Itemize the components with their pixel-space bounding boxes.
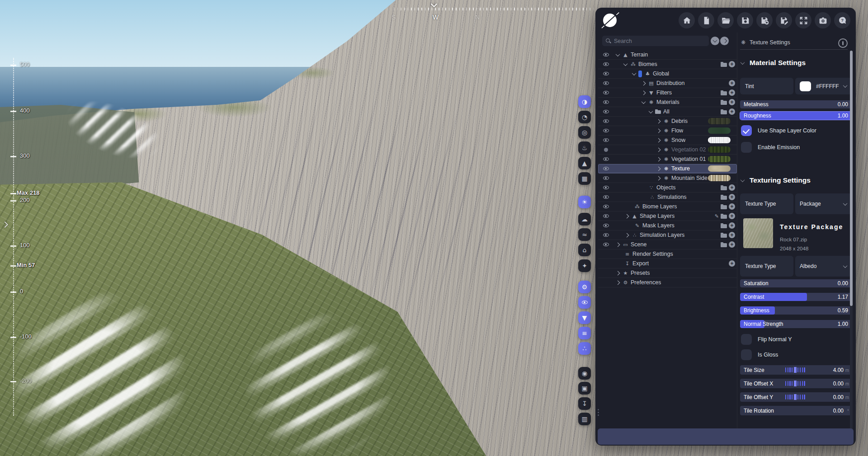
visibility-toggle-icon[interactable] [603, 89, 609, 96]
shaded-view-button[interactable]: ◑ [578, 95, 591, 108]
visibility-toggle-icon[interactable] [603, 146, 609, 153]
visibility-toggle-icon[interactable] [603, 213, 609, 219]
add-button[interactable]: + [729, 184, 735, 191]
group-folder-button[interactable] [721, 62, 727, 67]
settings-scrollbar-thumb[interactable] [850, 51, 853, 306]
chevron-right-icon[interactable] [656, 176, 661, 180]
add-button[interactable]: + [729, 108, 735, 115]
group-folder-button[interactable] [721, 90, 727, 95]
tree-item-all[interactable]: All+ [598, 107, 737, 117]
visibility-toggle-icon[interactable] [603, 99, 609, 105]
chevron-down-icon[interactable] [642, 99, 646, 104]
tree-item-filters[interactable]: ▼Filters+ [598, 88, 737, 98]
add-button[interactable]: + [729, 260, 735, 267]
chevron-right-icon[interactable] [656, 128, 661, 133]
tree-item-biome-layers[interactable]: ⁂Biome Layers+ [598, 202, 737, 212]
chevron-right-icon[interactable] [616, 271, 620, 275]
tile-size-field[interactable]: Tile Size4.00m [740, 365, 852, 375]
chevron-right-icon[interactable] [656, 138, 661, 142]
auto-process-button[interactable]: ⚙ [578, 281, 591, 293]
add-button[interactable]: + [729, 80, 735, 86]
tile-rotation-field[interactable]: Tile Rotation0.00° [740, 406, 852, 415]
edit-pencil-icon[interactable]: ✎ [715, 213, 719, 219]
tree-item-preferences[interactable]: ⚙Preferences [598, 278, 737, 287]
chevron-right-icon[interactable] [656, 166, 661, 171]
tree-item-snow[interactable]: ❋Snow [598, 136, 737, 145]
visibility-toggle-icon[interactable] [603, 156, 609, 162]
tree-item-biomes[interactable]: ⁂Biomes+ [598, 60, 737, 69]
add-button[interactable]: + [729, 99, 735, 105]
chevron-right-icon[interactable] [616, 242, 620, 247]
tile-offset-y-field[interactable]: Tile Offset Y0.00m [740, 392, 852, 402]
flow-view-button[interactable]: ♨ [578, 141, 591, 154]
app-logo-icon[interactable] [601, 11, 619, 29]
magic-wand-button[interactable]: ✦ [578, 259, 591, 272]
normal-strength-slider[interactable]: Normal Strength1.00 [740, 320, 852, 328]
visibility-toggle-icon[interactable] [603, 194, 609, 200]
pin-panel-icon[interactable] [838, 38, 848, 48]
tree-item-shape-layers[interactable]: ▲Shape Layers✎+ [598, 212, 737, 221]
grid-view-button[interactable]: ▦ [578, 172, 591, 185]
layers-button[interactable]: ≡ [578, 327, 591, 339]
tree-item-render-settings[interactable]: ≡Render Settings [598, 249, 737, 259]
visibility-toggle-icon[interactable] [603, 137, 609, 143]
tree-item-materials[interactable]: ❋Materials+ [598, 98, 737, 107]
panel-resize-grip[interactable] [598, 409, 599, 416]
chevron-down-icon[interactable] [616, 52, 620, 56]
saturation-slider[interactable]: Saturation0.00 [740, 279, 852, 287]
filter-button[interactable]: ▼ [578, 311, 591, 324]
visibility-toggle-icon[interactable] [603, 118, 609, 124]
group-folder-button[interactable] [721, 242, 727, 247]
tint-color-picker[interactable]: #FFFFFF [795, 78, 852, 94]
visibility-toggle-icon[interactable] [603, 165, 609, 172]
lighting-button[interactable]: ☀ [578, 196, 591, 208]
visibility-toggle-icon[interactable] [603, 108, 609, 115]
search-next-button[interactable] [720, 37, 729, 45]
layer-thumbnail[interactable] [708, 137, 731, 143]
tree-item-distribution[interactable]: ▤Distribution+ [598, 79, 737, 88]
new-file-button[interactable] [698, 12, 714, 28]
visibility-toggle-icon[interactable] [603, 184, 609, 191]
layer-thumbnail[interactable] [708, 175, 731, 181]
checkbox[interactable] [741, 334, 752, 345]
brightness-slider[interactable]: Brightness0.59 [740, 306, 852, 315]
checkbox[interactable] [741, 125, 752, 136]
visibility-toggle-icon[interactable] [603, 175, 609, 181]
group-folder-button[interactable] [721, 223, 727, 228]
visibility-toggle-icon[interactable] [603, 222, 609, 229]
clouds-button[interactable]: ☁ [578, 213, 591, 226]
color-swatch[interactable] [638, 71, 642, 77]
tree-item-flow[interactable]: ❋Flow [598, 126, 737, 136]
value-scrubber[interactable] [785, 394, 805, 400]
albedo-dropdown[interactable]: Albedo [795, 256, 852, 277]
chevron-right-icon[interactable] [642, 81, 646, 85]
roughness-slider[interactable]: Roughness1.00 [740, 112, 852, 120]
chevron-right-icon[interactable] [625, 214, 629, 218]
checkbox[interactable] [741, 349, 752, 360]
tree-item-global[interactable]: ♣Global [598, 69, 737, 79]
visibility-toggle-icon[interactable] [603, 203, 609, 210]
add-button[interactable]: + [729, 203, 735, 210]
contrast-slider[interactable]: Contrast1.17 [740, 293, 852, 301]
layer-thumbnail[interactable] [708, 127, 731, 134]
tree-item-simulation-layers[interactable]: ∴Simulation Layers+ [598, 230, 737, 240]
chevron-right-icon[interactable] [656, 119, 661, 123]
value-scrubber[interactable] [785, 381, 805, 386]
tree-item-scene[interactable]: ▭Scene+ [598, 240, 737, 249]
record-button[interactable]: ◉ [578, 367, 591, 380]
tint-color-swatch[interactable] [800, 81, 811, 91]
group-folder-button[interactable] [721, 233, 727, 238]
visibility-toggle-icon[interactable] [603, 52, 609, 58]
tree-item-terrain[interactable]: ▲Terrain [598, 50, 737, 60]
group-folder-button[interactable] [721, 100, 727, 105]
value-scrubber[interactable] [785, 367, 805, 373]
group-folder-button[interactable] [721, 195, 727, 200]
checkbox[interactable] [741, 142, 752, 153]
chevron-down-icon[interactable] [632, 71, 637, 75]
water-button[interactable]: ≈ [578, 228, 591, 241]
add-button[interactable]: + [729, 241, 735, 248]
tree-item-presets[interactable]: ★Presets [598, 268, 737, 278]
group-folder-button[interactable] [721, 204, 727, 209]
layer-thumbnail[interactable] [708, 156, 731, 162]
slope-view-button[interactable]: ◔ [578, 111, 591, 123]
